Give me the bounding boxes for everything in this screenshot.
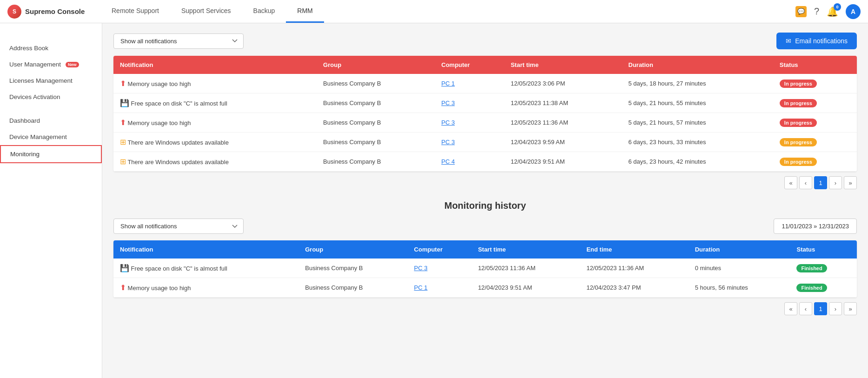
hist-computer-link[interactable]: PC 1 bbox=[414, 284, 428, 291]
chat-icon[interactable]: 💬 bbox=[795, 6, 807, 17]
cell-status: In progress bbox=[773, 133, 857, 152]
hist-cell-notification: 💾 Free space on disk "C" is almost full bbox=[113, 259, 298, 278]
page-last-button[interactable]: » bbox=[844, 176, 857, 189]
user-management-label: User Management bbox=[9, 61, 61, 68]
computer-link[interactable]: PC 3 bbox=[441, 139, 455, 146]
hist-cell-group: Business Company B bbox=[298, 259, 407, 278]
table-row: ⊞ There are Windows updates available Bu… bbox=[113, 133, 857, 152]
memory-icon: ⬆ bbox=[120, 80, 126, 87]
status-badge: In progress bbox=[780, 158, 817, 166]
col-computer: Computer bbox=[435, 56, 504, 74]
memory-icon: ⬆ bbox=[120, 284, 126, 292]
tab-backup[interactable]: Backup bbox=[242, 0, 286, 23]
cell-duration: 6 days, 23 hours, 33 minutes bbox=[622, 133, 773, 152]
hist-page-current-button[interactable]: 1 bbox=[814, 302, 827, 315]
notifications-icon[interactable]: 🔔 0 bbox=[827, 6, 838, 17]
cell-status: In progress bbox=[773, 113, 857, 133]
email-icon: ✉ bbox=[786, 37, 791, 45]
history-filter-dropdown[interactable]: Show all notifications Memory usage too … bbox=[113, 219, 244, 234]
cell-notification: ⬆ Memory usage too high bbox=[113, 113, 317, 133]
active-pagination: « ‹ 1 › » bbox=[113, 176, 857, 189]
page-first-button[interactable]: « bbox=[784, 176, 797, 189]
cell-duration: 6 days, 23 hours, 42 minutes bbox=[622, 152, 773, 172]
date-range-picker[interactable]: 11/01/2023 » 12/31/2023 bbox=[774, 219, 857, 234]
main-content: Show all notifications Memory usage too … bbox=[102, 23, 868, 378]
cell-duration: 5 days, 18 hours, 27 minutes bbox=[622, 74, 773, 93]
cell-group: Business Company B bbox=[317, 152, 435, 172]
device-management-label: Device Management bbox=[9, 133, 67, 140]
disk-icon: 💾 bbox=[120, 264, 129, 272]
hist-page-prev-button[interactable]: ‹ bbox=[799, 302, 812, 315]
status-badge: In progress bbox=[780, 119, 817, 127]
hist-col-start-time: Start time bbox=[471, 240, 580, 259]
sidebar-item-monitoring[interactable]: Monitoring bbox=[0, 145, 102, 163]
disk-icon: 💾 bbox=[120, 99, 129, 107]
status-badge: In progress bbox=[780, 99, 817, 107]
tab-support-services[interactable]: Support Services bbox=[170, 0, 242, 23]
sidebar-item-user-management[interactable]: User Management New bbox=[0, 56, 102, 73]
cell-start-time: 12/04/2023 9:51 AM bbox=[504, 152, 622, 172]
hist-cell-status: Finished bbox=[790, 259, 857, 278]
dashboard-label: Dashboard bbox=[9, 117, 40, 124]
hist-page-first-button[interactable]: « bbox=[784, 302, 797, 315]
hist-computer-link[interactable]: PC 3 bbox=[414, 265, 428, 272]
cell-computer: PC 3 bbox=[435, 133, 504, 152]
hist-col-end-time: End time bbox=[580, 240, 688, 259]
col-duration: Duration bbox=[622, 56, 773, 74]
notification-filter-dropdown[interactable]: Show all notifications Memory usage too … bbox=[113, 33, 244, 49]
top-navigation: S Supremo Console Remote Support Support… bbox=[0, 0, 868, 23]
computer-link[interactable]: PC 1 bbox=[441, 80, 455, 87]
sidebar: Address Book User Management New License… bbox=[0, 23, 102, 378]
computer-link[interactable]: PC 3 bbox=[441, 119, 455, 126]
hist-cell-start-time: 12/05/2023 11:36 AM bbox=[471, 259, 580, 278]
sidebar-item-licenses-management[interactable]: Licenses Management bbox=[0, 73, 102, 89]
page-prev-button[interactable]: ‹ bbox=[799, 176, 812, 189]
sidebar-item-address-book[interactable]: Address Book bbox=[0, 40, 102, 56]
new-badge: New bbox=[66, 62, 79, 67]
table-row: ⬆ Memory usage too high Business Company… bbox=[113, 74, 857, 93]
devices-activation-label: Devices Activation bbox=[9, 93, 60, 100]
col-start-time: Start time bbox=[504, 56, 622, 74]
page-next-button[interactable]: › bbox=[829, 176, 842, 189]
table-row: 💾 Free space on disk "C" is almost full … bbox=[113, 259, 857, 278]
cell-notification: 💾 Free space on disk "C" is almost full bbox=[113, 93, 317, 113]
cell-group: Business Company B bbox=[317, 74, 435, 93]
sidebar-item-devices-activation[interactable]: Devices Activation bbox=[0, 89, 102, 105]
hist-cell-end-time: 12/05/2023 11:36 AM bbox=[580, 259, 688, 278]
tab-remote-support[interactable]: Remote Support bbox=[100, 0, 170, 23]
computer-link[interactable]: PC 4 bbox=[441, 158, 455, 165]
main-layout: Address Book User Management New License… bbox=[0, 23, 868, 378]
sidebar-group-1: Address Book User Management New License… bbox=[0, 40, 102, 105]
col-notification: Notification bbox=[113, 56, 317, 74]
hist-page-next-button[interactable]: › bbox=[829, 302, 842, 315]
tab-rmm[interactable]: RMM bbox=[286, 0, 324, 23]
cell-start-time: 12/04/2023 9:59 AM bbox=[504, 133, 622, 152]
help-icon[interactable]: ? bbox=[814, 6, 819, 17]
cell-computer: PC 3 bbox=[435, 113, 504, 133]
user-avatar[interactable]: A bbox=[846, 4, 861, 19]
active-notifications-table: Notification Group Computer Start time D… bbox=[113, 56, 857, 172]
cell-status: In progress bbox=[773, 93, 857, 113]
status-badge: In progress bbox=[780, 138, 817, 146]
hist-cell-computer: PC 3 bbox=[408, 259, 472, 278]
hist-page-last-button[interactable]: » bbox=[844, 302, 857, 315]
cell-group: Business Company B bbox=[317, 93, 435, 113]
address-book-label: Address Book bbox=[9, 45, 48, 52]
hist-cell-end-time: 12/04/2023 3:47 PM bbox=[580, 278, 688, 298]
cell-duration: 5 days, 21 hours, 55 minutes bbox=[622, 93, 773, 113]
app-name: Supremo Console bbox=[25, 7, 85, 15]
cell-computer: PC 1 bbox=[435, 74, 504, 93]
cell-group: Business Company B bbox=[317, 113, 435, 133]
hist-cell-status: Finished bbox=[790, 278, 857, 298]
email-notifications-button[interactable]: ✉ Email notifications bbox=[776, 33, 857, 49]
windows-icon: ⊞ bbox=[120, 138, 126, 146]
sidebar-item-dashboard[interactable]: Dashboard bbox=[0, 113, 102, 129]
computer-link[interactable]: PC 3 bbox=[441, 99, 455, 106]
hist-col-computer: Computer bbox=[408, 240, 472, 259]
cell-computer: PC 4 bbox=[435, 152, 504, 172]
sidebar-item-device-management[interactable]: Device Management bbox=[0, 129, 102, 145]
page-current-button[interactable]: 1 bbox=[814, 176, 827, 189]
sidebar-group-2: Dashboard Device Management Monitoring bbox=[0, 113, 102, 163]
hist-col-notification: Notification bbox=[113, 240, 298, 259]
status-badge: Finished bbox=[796, 284, 827, 292]
